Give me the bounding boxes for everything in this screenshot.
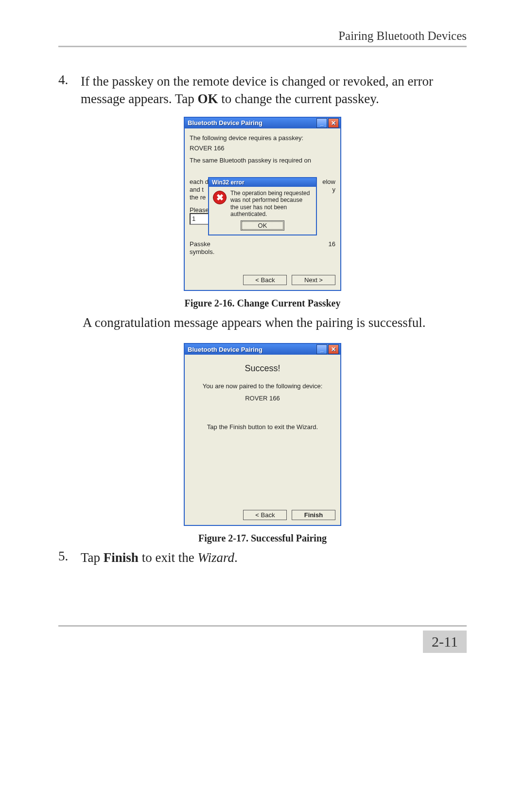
frag-passke: Passke (190, 240, 210, 248)
error-titlebar[interactable]: Win32 error (209, 178, 316, 187)
footer-rule (58, 625, 467, 627)
back-button[interactable]: < Back (243, 510, 287, 520)
dialog1-titlebar[interactable]: Bluetooth Device Pairing _ ✕ (185, 118, 340, 128)
dialog1-requires: The following device requires a passkey: (190, 134, 335, 142)
minimize-icon[interactable]: _ (316, 118, 327, 128)
step-5-bold: Finish (104, 550, 139, 565)
paired-device: ROVER 166 (190, 395, 335, 402)
step-5-italic: Wizard (197, 550, 234, 565)
dialog1-title: Bluetooth Device Pairing (188, 119, 315, 126)
dialog1-device: ROVER 166 (190, 144, 335, 152)
figure-2-17-caption: Figure 2-17. Successful Pairing (58, 533, 467, 544)
figure-2-16-caption: Figure 2-16. Change Current Passkey (58, 298, 467, 309)
step-5-text: Tap Finish to exit the Wizard. (81, 549, 467, 566)
header-rule (58, 46, 467, 47)
step-5-text-end: . (234, 550, 238, 565)
minimize-icon[interactable]: _ (316, 344, 327, 354)
running-header: Pairing Bluetooth Devices (58, 29, 467, 43)
step-5-text-a: Tap (81, 550, 104, 565)
step-4-text-b: to change the current passkey. (218, 91, 379, 106)
error-message: The operation being requested was not pe… (230, 190, 312, 218)
step-5-text-mid: to exit the (139, 550, 197, 565)
frag-andt: and t (190, 186, 204, 193)
dialog1-body: The following device requires a passkey:… (185, 128, 340, 290)
frag-eachd: each d (190, 178, 209, 185)
frag-please: Please (190, 206, 209, 214)
step-5: 5. Tap Finish to exit the Wizard. (58, 549, 467, 566)
close-icon[interactable]: ✕ (328, 118, 339, 128)
step-4-bold: OK (198, 91, 218, 106)
error-icon: ✖ (213, 191, 227, 204)
frag-16: 16 (329, 240, 335, 248)
step-4-text: If the passkey on the remote device is c… (81, 72, 467, 108)
step-4: 4. If the passkey on the remote device i… (58, 72, 467, 108)
page-number: 2-11 (423, 631, 467, 653)
dialog-success: Bluetooth Device Pairing _ ✕ Success! Yo… (184, 343, 341, 526)
frag-there: the re (190, 194, 206, 201)
close-icon[interactable]: ✕ (328, 344, 339, 354)
paired-line: You are now paired to the following devi… (190, 382, 335, 390)
dialog2-nav: < Back Finish (240, 510, 335, 520)
dialog2-body: Success! You are now paired to the follo… (185, 355, 340, 525)
dialog2-titlebar[interactable]: Bluetooth Device Pairing _ ✕ (185, 344, 340, 355)
finish-button[interactable]: Finish (292, 510, 335, 520)
dialog1-sameline: The same Bluetooth passkey is required o… (190, 157, 335, 164)
dialog2-title: Bluetooth Device Pairing (188, 346, 315, 353)
step-5-number: 5. (58, 549, 81, 566)
error-ok-button[interactable]: OK (241, 220, 284, 231)
paragraph-after-fig1: A congratulation message appears when th… (83, 314, 467, 331)
frag-symbols: symbols. (190, 248, 214, 255)
success-heading: Success! (190, 363, 335, 374)
dialog-change-passkey: Bluetooth Device Pairing _ ✕ The followi… (184, 117, 341, 291)
frag-elow: elow (322, 178, 335, 185)
dialog1-nav: < Back Next > (240, 275, 335, 285)
back-button[interactable]: < Back (243, 275, 287, 285)
step-4-number: 4. (58, 72, 81, 108)
next-button[interactable]: Next > (292, 275, 335, 285)
error-dialog: Win32 error ✖ The operation being reques… (208, 177, 317, 236)
exit-line: Tap the Finish button to exit the Wizard… (190, 423, 335, 431)
frag-y: y (332, 186, 336, 193)
error-title: Win32 error (212, 179, 315, 186)
